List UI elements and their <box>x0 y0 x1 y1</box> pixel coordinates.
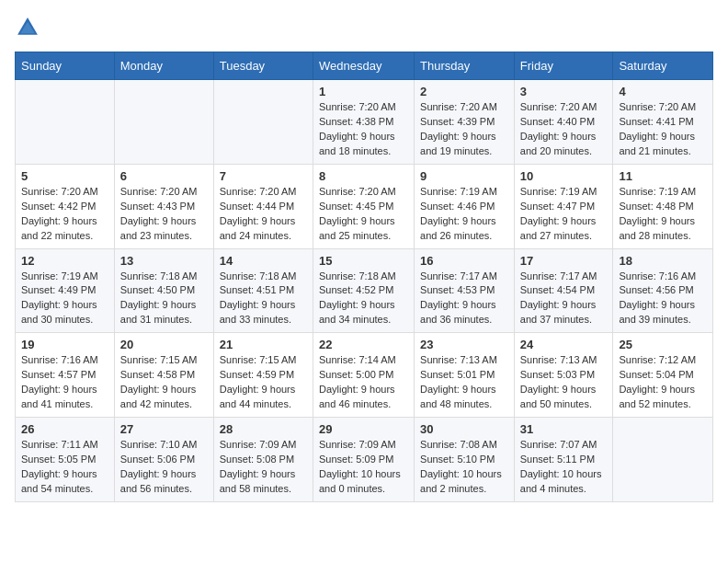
calendar-cell: 19Sunrise: 7:16 AMSunset: 4:57 PMDayligh… <box>16 333 115 418</box>
cell-text-line: Sunset: 4:48 PM <box>619 200 707 214</box>
cell-text-line: Sunrise: 7:20 AM <box>21 185 108 200</box>
cell-content: Sunrise: 7:19 AMSunset: 4:46 PMDaylight:… <box>420 185 508 244</box>
cell-text-line: Sunset: 5:03 PM <box>520 368 608 383</box>
day-number: 23 <box>420 338 508 351</box>
day-number: 14 <box>220 254 307 268</box>
cell-text-line: Sunrise: 7:19 AM <box>420 185 508 200</box>
cell-text-line: Daylight: 9 hours and 46 minutes. <box>319 383 408 412</box>
calendar-cell: 26Sunrise: 7:11 AMSunset: 5:05 PMDayligh… <box>16 418 115 502</box>
day-number: 6 <box>120 169 208 183</box>
cell-content: Sunrise: 7:08 AMSunset: 5:10 PMDaylight:… <box>420 438 508 497</box>
cell-content: Sunrise: 7:18 AMSunset: 4:51 PMDaylight:… <box>220 270 307 328</box>
cell-text-line: Sunrise: 7:13 AM <box>520 353 608 368</box>
calendar-cell <box>613 418 713 502</box>
day-number: 2 <box>420 85 508 98</box>
day-number: 7 <box>220 169 307 183</box>
calendar-cell: 12Sunrise: 7:19 AMSunset: 4:49 PMDayligh… <box>16 248 115 333</box>
calendar-cell <box>114 80 213 165</box>
calendar-cell: 11Sunrise: 7:19 AMSunset: 4:48 PMDayligh… <box>613 164 713 248</box>
cell-text-line: Daylight: 10 hours and 4 minutes. <box>520 467 608 497</box>
calendar-cell: 30Sunrise: 7:08 AMSunset: 5:10 PMDayligh… <box>415 418 515 502</box>
calendar-cell: 5Sunrise: 7:20 AMSunset: 4:42 PMDaylight… <box>16 164 115 248</box>
day-of-week-header: Wednesday <box>313 52 415 80</box>
calendar-cell: 25Sunrise: 7:12 AMSunset: 5:04 PMDayligh… <box>613 333 713 418</box>
cell-content: Sunrise: 7:18 AMSunset: 4:52 PMDaylight:… <box>319 270 408 328</box>
cell-text-line: Daylight: 9 hours and 56 minutes. <box>120 467 208 497</box>
day-number: 15 <box>319 254 408 268</box>
cell-text-line: Sunrise: 7:20 AM <box>120 185 208 200</box>
calendar-cell <box>16 80 115 165</box>
day-number: 4 <box>619 85 707 98</box>
day-number: 8 <box>319 169 408 183</box>
cell-content: Sunrise: 7:12 AMSunset: 5:04 PMDaylight:… <box>619 353 707 412</box>
cell-text-line: Sunset: 4:50 PM <box>120 283 208 298</box>
day-of-week-header: Monday <box>114 52 213 80</box>
calendar-week-row: 12Sunrise: 7:19 AMSunset: 4:49 PMDayligh… <box>16 248 713 333</box>
cell-text-line: Daylight: 9 hours and 19 minutes. <box>420 130 508 159</box>
cell-content: Sunrise: 7:19 AMSunset: 4:48 PMDaylight:… <box>619 185 707 244</box>
day-number: 31 <box>520 422 608 436</box>
cell-content: Sunrise: 7:13 AMSunset: 5:01 PMDaylight:… <box>420 353 508 412</box>
cell-text-line: Sunrise: 7:07 AM <box>520 438 608 453</box>
cell-text-line: Sunrise: 7:18 AM <box>220 270 307 284</box>
cell-text-line: Sunrise: 7:16 AM <box>619 270 707 284</box>
cell-content: Sunrise: 7:17 AMSunset: 4:53 PMDaylight:… <box>420 270 508 328</box>
day-number: 16 <box>420 254 508 268</box>
calendar-cell: 15Sunrise: 7:18 AMSunset: 4:52 PMDayligh… <box>313 248 415 333</box>
calendar-cell: 20Sunrise: 7:15 AMSunset: 4:58 PMDayligh… <box>114 333 213 418</box>
cell-text-line: Sunset: 4:57 PM <box>21 368 108 383</box>
calendar-cell: 7Sunrise: 7:20 AMSunset: 4:44 PMDaylight… <box>213 164 313 248</box>
day-number: 1 <box>319 85 408 98</box>
day-number: 21 <box>220 338 307 351</box>
day-number: 25 <box>619 338 707 351</box>
calendar-cell: 21Sunrise: 7:15 AMSunset: 4:59 PMDayligh… <box>213 333 313 418</box>
cell-text-line: Daylight: 9 hours and 31 minutes. <box>120 298 208 327</box>
cell-text-line: Sunset: 5:11 PM <box>520 453 608 467</box>
cell-content: Sunrise: 7:20 AMSunset: 4:44 PMDaylight:… <box>220 185 307 244</box>
cell-text-line: Sunrise: 7:20 AM <box>520 100 608 115</box>
cell-text-line: Daylight: 9 hours and 42 minutes. <box>120 383 208 412</box>
cell-content: Sunrise: 7:10 AMSunset: 5:06 PMDaylight:… <box>120 438 208 497</box>
calendar-cell: 18Sunrise: 7:16 AMSunset: 4:56 PMDayligh… <box>613 248 713 333</box>
calendar-cell: 4Sunrise: 7:20 AMSunset: 4:41 PMDaylight… <box>613 80 713 165</box>
cell-text-line: Sunset: 4:46 PM <box>420 200 508 214</box>
cell-text-line: Sunrise: 7:14 AM <box>319 353 408 368</box>
calendar-header-row: SundayMondayTuesdayWednesdayThursdayFrid… <box>16 52 713 80</box>
day-number: 20 <box>120 338 208 351</box>
cell-content: Sunrise: 7:20 AMSunset: 4:39 PMDaylight:… <box>420 100 508 159</box>
calendar-cell: 28Sunrise: 7:09 AMSunset: 5:08 PMDayligh… <box>213 418 313 502</box>
cell-text-line: Sunset: 4:51 PM <box>220 283 307 298</box>
calendar-week-row: 19Sunrise: 7:16 AMSunset: 4:57 PMDayligh… <box>16 333 713 418</box>
cell-text-line: Daylight: 9 hours and 50 minutes. <box>520 383 608 412</box>
calendar-cell: 22Sunrise: 7:14 AMSunset: 5:00 PMDayligh… <box>313 333 415 418</box>
day-number: 30 <box>420 422 508 436</box>
cell-text-line: Daylight: 9 hours and 22 minutes. <box>21 214 108 244</box>
cell-content: Sunrise: 7:18 AMSunset: 4:50 PMDaylight:… <box>120 270 208 328</box>
calendar-cell: 8Sunrise: 7:20 AMSunset: 4:45 PMDaylight… <box>313 164 415 248</box>
calendar-cell: 9Sunrise: 7:19 AMSunset: 4:46 PMDaylight… <box>415 164 515 248</box>
cell-text-line: Sunset: 4:53 PM <box>420 283 508 298</box>
cell-text-line: Daylight: 9 hours and 36 minutes. <box>420 298 508 327</box>
cell-text-line: Sunrise: 7:20 AM <box>319 185 408 200</box>
calendar-cell: 1Sunrise: 7:20 AMSunset: 4:38 PMDaylight… <box>313 80 415 165</box>
cell-text-line: Sunrise: 7:17 AM <box>420 270 508 284</box>
cell-content: Sunrise: 7:14 AMSunset: 5:00 PMDaylight:… <box>319 353 408 412</box>
cell-text-line: Sunset: 4:49 PM <box>21 283 108 298</box>
calendar-cell: 17Sunrise: 7:17 AMSunset: 4:54 PMDayligh… <box>514 248 613 333</box>
calendar-table: SundayMondayTuesdayWednesdayThursdayFrid… <box>15 52 713 502</box>
cell-text-line: Daylight: 10 hours and 2 minutes. <box>420 467 508 497</box>
cell-text-line: Daylight: 9 hours and 52 minutes. <box>619 383 707 412</box>
cell-text-line: Sunset: 4:52 PM <box>319 283 408 298</box>
cell-text-line: Sunset: 4:43 PM <box>120 200 208 214</box>
day-number: 22 <box>319 338 408 351</box>
cell-text-line: Sunset: 5:08 PM <box>220 453 307 467</box>
cell-text-line: Sunrise: 7:11 AM <box>21 438 108 453</box>
cell-text-line: Sunset: 5:10 PM <box>420 453 508 467</box>
cell-text-line: Sunset: 4:58 PM <box>120 368 208 383</box>
cell-text-line: Daylight: 9 hours and 23 minutes. <box>120 214 208 244</box>
calendar-cell: 27Sunrise: 7:10 AMSunset: 5:06 PMDayligh… <box>114 418 213 502</box>
day-number: 17 <box>520 254 608 268</box>
day-number: 13 <box>120 254 208 268</box>
cell-text-line: Sunset: 5:01 PM <box>420 368 508 383</box>
cell-text-line: Daylight: 9 hours and 25 minutes. <box>319 214 408 244</box>
